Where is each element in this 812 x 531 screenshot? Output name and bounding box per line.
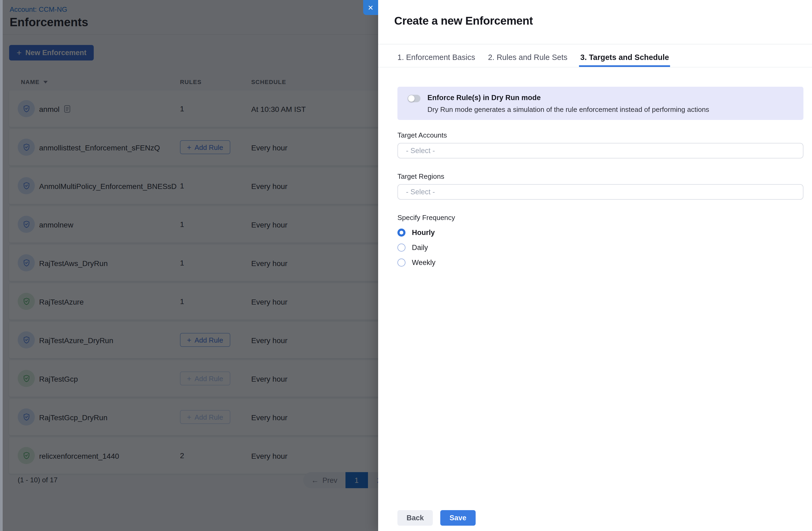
- close-icon: ✕: [368, 3, 374, 12]
- target-regions-placeholder: - Select -: [406, 188, 435, 196]
- frequency-options: Hourly Daily Weekly: [397, 227, 803, 268]
- frequency-label: Specify Frequency: [397, 213, 803, 222]
- wizard-tabs: 1. Enforcement Basics 2. Rules and Rule …: [378, 44, 812, 68]
- frequency-option-weekly[interactable]: Weekly: [397, 257, 803, 268]
- target-accounts-label: Target Accounts: [397, 131, 803, 139]
- radio-icon: [397, 259, 405, 267]
- dry-run-banner: Enforce Rule(s) in Dry Run mode Dry Run …: [397, 87, 803, 120]
- save-button[interactable]: Save: [440, 510, 476, 526]
- dry-run-description: Dry Run mode generates a simulation of t…: [427, 106, 709, 113]
- radio-icon: [397, 228, 405, 237]
- target-regions-select[interactable]: - Select -: [397, 184, 803, 200]
- drawer-title: Create a new Enforcement: [394, 14, 812, 27]
- wizard-tab-3[interactable]: 3. Targets and Schedule: [579, 53, 670, 67]
- wizard-tab-2[interactable]: 2. Rules and Rule Sets: [487, 53, 568, 67]
- frequency-option-daily[interactable]: Daily: [397, 242, 803, 253]
- radio-icon: [397, 244, 405, 252]
- dry-run-text: Enforce Rule(s) in Dry Run mode Dry Run …: [427, 94, 709, 113]
- screen: Account: CCM-NG Enforcements + New Enfor…: [0, 0, 812, 531]
- toggle-knob: [408, 95, 415, 102]
- stage: Account: CCM-NG Enforcements + New Enfor…: [0, 0, 812, 531]
- target-regions-label: Target Regions: [397, 172, 803, 180]
- wizard-tab-1[interactable]: 1. Enforcement Basics: [396, 53, 476, 67]
- create-enforcement-drawer: ✕ Create a new Enforcement 1. Enforcemen…: [378, 0, 812, 531]
- dry-run-title: Enforce Rule(s) in Dry Run mode: [427, 94, 709, 101]
- frequency-option-hourly[interactable]: Hourly: [397, 227, 803, 238]
- target-accounts-select[interactable]: - Select -: [397, 143, 803, 159]
- back-button[interactable]: Back: [397, 510, 433, 526]
- drawer-header: Create a new Enforcement: [378, 0, 812, 44]
- drawer-footer: Back Save: [397, 510, 476, 526]
- dry-run-toggle[interactable]: [408, 95, 420, 102]
- drawer-content: Enforce Rule(s) in Dry Run mode Dry Run …: [378, 68, 812, 268]
- target-accounts-placeholder: - Select -: [406, 147, 435, 155]
- close-button[interactable]: ✕: [363, 0, 378, 15]
- window-edge: [0, 0, 3, 531]
